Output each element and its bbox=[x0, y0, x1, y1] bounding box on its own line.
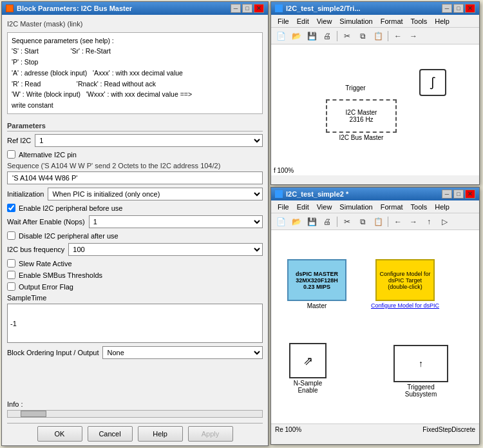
freq-row: I2C bus frequency 100 400 bbox=[7, 243, 263, 256]
sim-top-menu-simulation[interactable]: Simulation bbox=[336, 15, 376, 28]
init-select[interactable]: When PIC is initialized (only once) bbox=[48, 188, 263, 200]
horizontal-scrollbar[interactable] bbox=[7, 410, 263, 418]
sim-top-menu-edit[interactable]: Edit bbox=[293, 15, 313, 28]
zoom-status-top: f 100% bbox=[274, 167, 294, 174]
help-button[interactable]: Help bbox=[138, 426, 183, 442]
copy-btn[interactable]: ⧉ bbox=[355, 30, 370, 43]
sim-bottom-minimize[interactable]: ─ bbox=[442, 190, 452, 199]
trigger-block[interactable]: ∫ bbox=[419, 69, 446, 96]
alt-pin-checkbox[interactable] bbox=[7, 150, 15, 159]
paste-btn-2[interactable]: 📋 bbox=[371, 215, 385, 228]
redo-btn[interactable]: → bbox=[406, 30, 421, 43]
sim-bottom-menu-edit[interactable]: Edit bbox=[293, 200, 313, 213]
sim-bottom-menu-simulation[interactable]: Simulation bbox=[336, 200, 376, 213]
open-btn[interactable]: 📂 bbox=[289, 30, 303, 43]
cut-btn-2[interactable]: ✂ bbox=[340, 215, 354, 228]
sim-top-menu-help[interactable]: Help bbox=[431, 15, 453, 28]
save-btn[interactable]: 💾 bbox=[305, 30, 319, 43]
open-btn-2[interactable]: 📂 bbox=[289, 215, 303, 228]
paste-btn[interactable]: 📋 bbox=[371, 30, 385, 43]
redo-btn-2[interactable]: → bbox=[406, 215, 421, 228]
toolbar-sep1 bbox=[337, 31, 337, 41]
freq-select[interactable]: 100 400 bbox=[68, 243, 263, 256]
sim-top-close[interactable]: ✕ bbox=[465, 4, 475, 13]
sim-top-menu-file[interactable]: File bbox=[274, 15, 293, 28]
i2c-master-block[interactable]: I2C Master2316 Hz bbox=[326, 99, 397, 133]
error-checkbox[interactable] bbox=[7, 282, 15, 291]
trigger-group: ∫ Trigger bbox=[342, 56, 369, 92]
sim-bottom-menu-help[interactable]: Help bbox=[431, 200, 453, 213]
new-btn-2[interactable]: 📄 bbox=[274, 215, 288, 228]
sim-top-title: I2C_test_simple2/Tri... bbox=[286, 5, 361, 12]
seq-header: Sequence parameters (see help) : bbox=[12, 35, 258, 46]
sim-bottom-menu-format[interactable]: Format bbox=[377, 200, 407, 213]
config-text: Configure Model fordsPIC Target(double-c… bbox=[380, 271, 431, 290]
enable-row: Enable I2C peripheral before use bbox=[7, 204, 263, 212]
sim-top-menu-tools[interactable]: Tools bbox=[407, 15, 431, 28]
disable-label: Disable I2C peripheral after use bbox=[19, 232, 118, 240]
sim-bottom-maximize[interactable]: □ bbox=[453, 190, 464, 199]
slew-checkbox[interactable] bbox=[7, 259, 15, 268]
smbus-checkbox[interactable] bbox=[7, 271, 15, 279]
copy-btn-2[interactable]: ⧉ bbox=[355, 215, 370, 228]
config-link[interactable]: Configure Model for dsPIC bbox=[371, 302, 439, 309]
ref-i2c-row: Ref I2C 1 2 bbox=[7, 134, 263, 147]
maximize-button[interactable]: □ bbox=[242, 4, 252, 13]
config-group: Configure Model fordsPIC Target(double-c… bbox=[371, 259, 439, 309]
sim-top-maximize[interactable]: □ bbox=[453, 4, 464, 13]
undo-btn-2[interactable]: ← bbox=[391, 215, 405, 228]
new-btn[interactable]: 📄 bbox=[274, 30, 288, 43]
triggered-symbol: ↑ bbox=[419, 358, 423, 369]
triggered-label: TriggeredSubsystem bbox=[405, 384, 437, 398]
disable-checkbox[interactable] bbox=[7, 231, 15, 240]
enable-checkbox[interactable] bbox=[7, 204, 15, 212]
scrollbar-thumb[interactable] bbox=[21, 411, 46, 417]
toolbar-sep4 bbox=[388, 217, 388, 227]
sim-top-canvas[interactable]: ∫ Trigger I2C Master2316 Hz I2C Bus Mast… bbox=[271, 44, 479, 175]
smbus-row: Enable SMBus Thresholds bbox=[7, 271, 263, 279]
print-btn-2[interactable]: 🖨 bbox=[320, 215, 334, 228]
ok-button[interactable]: OK bbox=[37, 426, 82, 442]
apply-button[interactable]: Apply bbox=[188, 426, 233, 442]
print-btn[interactable]: 🖨 bbox=[320, 30, 334, 43]
sampletime-input[interactable] bbox=[7, 304, 263, 343]
wait-select[interactable]: 1 bbox=[89, 215, 263, 228]
block-params-window: Block Parameters: I2C Bus Master ─ □ ✕ I… bbox=[1, 1, 269, 446]
dsmaster-block[interactable]: dsPIC MASTER32MX320F128H0.23 MIPS bbox=[287, 259, 346, 301]
up-btn[interactable]: ↑ bbox=[422, 215, 436, 228]
simulink-icon bbox=[275, 5, 283, 12]
nsample-block[interactable]: ⇗ bbox=[289, 343, 327, 378]
nsample-label: N-SampleEnable bbox=[294, 380, 322, 394]
sim-bottom-close[interactable]: ✕ bbox=[465, 190, 475, 199]
config-block[interactable]: Configure Model fordsPIC Target(double-c… bbox=[375, 259, 435, 301]
sim-top-minimize[interactable]: ─ bbox=[442, 4, 452, 13]
triggered-group: ↑ TriggeredSubsystem bbox=[393, 345, 448, 398]
minimize-button[interactable]: ─ bbox=[231, 4, 241, 13]
slew-label: Slew Rate Active bbox=[19, 260, 72, 268]
sim-bottom-menu-view[interactable]: View bbox=[313, 200, 336, 213]
right-arrow-btn[interactable]: ▷ bbox=[437, 215, 451, 228]
close-button[interactable]: ✕ bbox=[254, 4, 264, 13]
ref-i2c-select[interactable]: 1 2 bbox=[35, 134, 263, 147]
seq-line-6: write constant bbox=[12, 100, 258, 111]
cut-btn[interactable]: ✂ bbox=[340, 30, 354, 43]
sim-bottom-toolbar: 📄 📂 💾 🖨 ✂ ⧉ 📋 ← → ↑ ▷ bbox=[271, 213, 479, 230]
sim-bottom-menu-tools[interactable]: Tools bbox=[407, 200, 431, 213]
parameters-section: Parameters bbox=[7, 122, 263, 131]
cancel-button[interactable]: Cancel bbox=[88, 426, 133, 442]
sim-top-menu-view[interactable]: View bbox=[313, 15, 336, 28]
triggered-block[interactable]: ↑ bbox=[393, 345, 448, 382]
sim-bottom-canvas[interactable]: dsPIC MASTER32MX320F128H0.23 MIPS Master… bbox=[271, 230, 479, 424]
sequence-input[interactable] bbox=[7, 171, 263, 184]
undo-btn[interactable]: ← bbox=[391, 30, 405, 43]
save-btn-2[interactable]: 💾 bbox=[305, 215, 319, 228]
blockorder-select[interactable]: None bbox=[102, 346, 263, 359]
seq-line-4: 'R' : Read 'Rnack' : Read without ack bbox=[12, 79, 258, 90]
button-row: OK Cancel Help Apply bbox=[7, 423, 263, 442]
sim-top-menu-format[interactable]: Format bbox=[377, 15, 407, 28]
window-controls: ─ □ ✕ bbox=[231, 4, 264, 13]
alt-pin-row: Alternative I2C pin bbox=[7, 150, 263, 159]
sim-bottom-menu-file[interactable]: File bbox=[274, 200, 293, 213]
error-label: Output Error Flag bbox=[19, 283, 73, 291]
sim-top-controls: ─ □ ✕ bbox=[442, 4, 475, 13]
